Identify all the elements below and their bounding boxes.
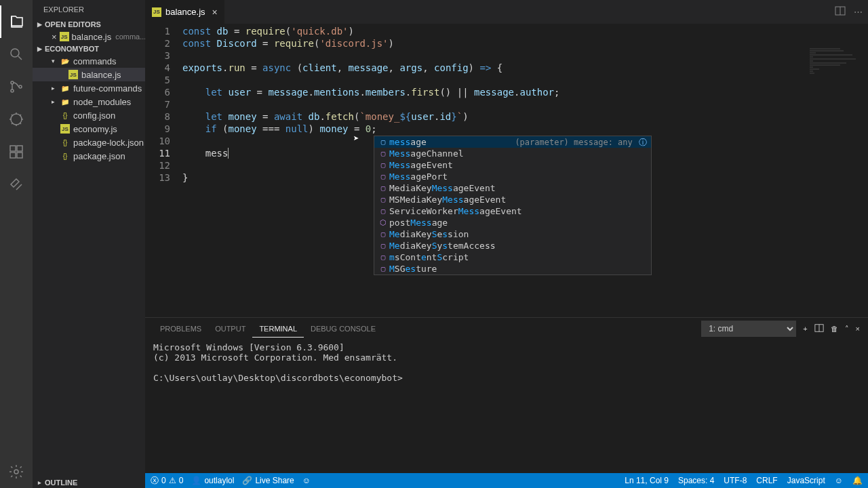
status-encoding[interactable]: UTF-8 (724, 476, 747, 485)
tab-balance[interactable]: JS balance.js × (145, 0, 225, 24)
svg-rect-7 (10, 152, 16, 158)
status-liveshare[interactable]: 🔗Live Share (242, 476, 294, 485)
panel-tab-debug[interactable]: DEBUG CONSOLE (304, 321, 382, 337)
suggest-item[interactable]: ▢MediaKeySession (374, 228, 651, 240)
bottom-panel: PROBLEMS OUTPUT TERMINAL DEBUG CONSOLE 1… (145, 317, 868, 473)
svg-rect-6 (17, 146, 22, 151)
status-errors[interactable]: ⓧ0⚠0 (151, 475, 183, 487)
status-user[interactable]: 👤outlaylol (191, 476, 234, 485)
suggest-item[interactable]: ▢ServiceWorkerMessageEvent (374, 205, 651, 217)
file-config[interactable]: {}config.json (33, 108, 145, 122)
sidebar-title: EXPLORER (33, 0, 145, 19)
liveshare-icon[interactable] (0, 168, 33, 201)
file-pkg[interactable]: {}package.json (33, 149, 145, 163)
close-tab-icon[interactable]: × (212, 7, 218, 18)
folder-commands[interactable]: ▾📂commands (33, 54, 145, 68)
search-icon[interactable] (0, 38, 33, 70)
line-gutter: 12345678910111213 (145, 24, 182, 317)
suggest-item[interactable]: ▢MessagePort (374, 171, 651, 182)
activity-bar (0, 0, 33, 488)
folder-future[interactable]: ▸📁future-commands (33, 81, 145, 95)
svg-point-2 (11, 89, 14, 92)
status-language[interactable]: JavaScript (787, 476, 825, 485)
svg-point-3 (19, 85, 22, 88)
minimap[interactable] (807, 47, 868, 317)
project-header[interactable]: ▶ECONOMYBOT (33, 43, 145, 54)
file-balance[interactable]: JSbalance.js (33, 68, 145, 81)
suggest-item[interactable]: ▢MSGesture (374, 263, 651, 274)
split-terminal-icon[interactable] (814, 323, 824, 334)
panel-tab-output[interactable]: OUTPUT (208, 321, 252, 337)
more-actions-icon[interactable]: ⋯ (854, 7, 863, 17)
suggest-item[interactable]: ▢MediaKeyMessageEvent (374, 182, 651, 194)
new-terminal-icon[interactable]: + (803, 325, 807, 333)
panel-tab-terminal[interactable]: TERMINAL (252, 321, 304, 338)
status-feedback-icon[interactable]: ☺ (302, 476, 311, 485)
extensions-icon[interactable] (0, 136, 33, 168)
kill-terminal-icon[interactable]: 🗑 (831, 325, 838, 333)
panel-tab-problems[interactable]: PROBLEMS (153, 321, 208, 337)
status-feedback2-icon[interactable]: ☺ (835, 476, 843, 485)
editor-group: JS balance.js × ⋯ 12345678910111213 cons… (145, 0, 868, 488)
suggest-item[interactable]: ▢msContentScript (374, 251, 651, 263)
terminal-output[interactable]: Microsoft Windows [Version 6.3.9600] (c)… (145, 340, 868, 473)
suggest-item[interactable]: ▢MediaKeySystemAccess (374, 240, 651, 251)
outline-header[interactable]: ▸OUTLINE (33, 477, 145, 488)
debug-icon[interactable] (0, 103, 33, 136)
open-editor-item[interactable]: × JS balance.jscomma... (33, 30, 145, 43)
open-editors-header[interactable]: ▶OPEN EDITORS (33, 19, 145, 30)
status-bar: ⓧ0⚠0 👤outlaylol 🔗Live Share ☺ Ln 11, Col… (145, 473, 868, 488)
explorer-icon[interactable] (0, 5, 33, 38)
svg-point-1 (11, 81, 14, 84)
status-bell-icon[interactable]: 🔔 (852, 476, 863, 485)
split-editor-icon[interactable] (835, 5, 846, 18)
explorer-sidebar: EXPLORER ▶OPEN EDITORS × JS balance.jsco… (33, 0, 145, 488)
suggest-item[interactable]: ⬡postMessage (374, 217, 651, 228)
file-economy[interactable]: JSeconomy.js (33, 122, 145, 136)
svg-rect-8 (17, 152, 22, 158)
status-spaces[interactable]: Spaces: 4 (678, 476, 714, 485)
suggest-item[interactable]: ▢MSMediaKeyMessageEvent (374, 194, 651, 205)
settings-gear-icon[interactable] (0, 455, 33, 488)
mouse-cursor-icon: ➤ (353, 132, 359, 144)
folder-node-modules[interactable]: ▸📁node_modules (33, 95, 145, 108)
status-eol[interactable]: CRLF (756, 476, 777, 485)
svg-rect-5 (10, 146, 16, 151)
svg-point-9 (14, 470, 18, 474)
file-pkglock[interactable]: {}package-lock.json (33, 136, 145, 149)
suggest-hint: (parameter) message: any ⓘ (515, 137, 647, 148)
intellisense-popup[interactable]: (parameter) message: any ⓘ ▢message▢Mess… (374, 136, 652, 275)
editor-tabs: JS balance.js × ⋯ (145, 0, 868, 24)
source-control-icon[interactable] (0, 70, 33, 103)
suggest-item[interactable]: ▢MessageChannel (374, 148, 651, 159)
suggest-item[interactable]: ▢MessageEvent (374, 159, 651, 171)
svg-point-0 (11, 49, 19, 57)
terminal-selector[interactable]: 1: cmd (701, 321, 796, 337)
close-panel-icon[interactable]: × (856, 325, 860, 333)
status-position[interactable]: Ln 11, Col 9 (625, 476, 669, 485)
maximize-panel-icon[interactable]: ˄ (845, 325, 849, 333)
